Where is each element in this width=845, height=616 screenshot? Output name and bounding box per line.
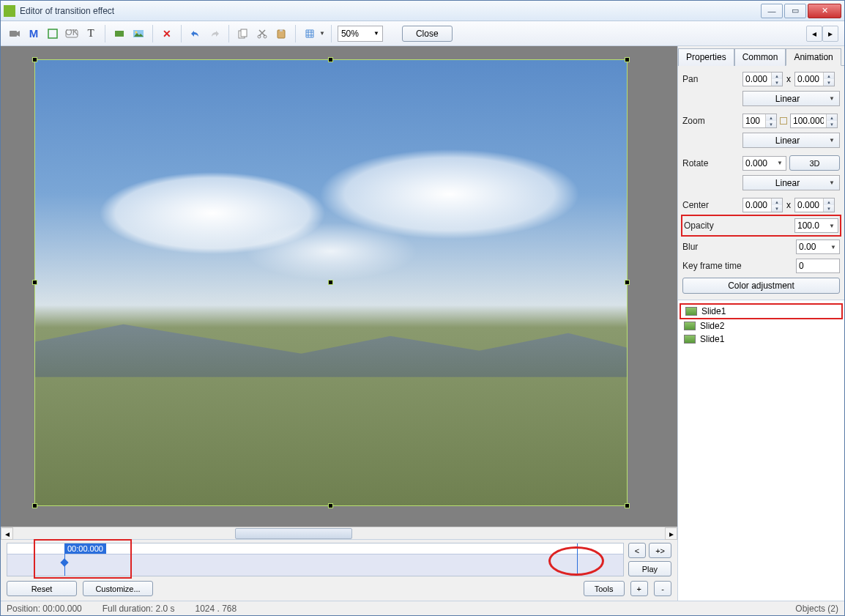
pan-y-input[interactable]: ▲▼ xyxy=(794,72,835,86)
canvas-viewport[interactable] xyxy=(1,46,677,527)
center-x-input[interactable]: ▲▼ xyxy=(742,198,783,212)
tab-common[interactable]: Common xyxy=(734,48,786,66)
svg-rect-0 xyxy=(10,31,17,37)
opacity-label: Opacity xyxy=(684,220,741,231)
grid-icon[interactable] xyxy=(302,26,318,42)
minimize-button[interactable]: — xyxy=(761,4,783,18)
tools-button[interactable]: Tools xyxy=(584,581,625,596)
keyframe-time-label: Key frame time xyxy=(682,261,763,271)
slide-icon xyxy=(684,322,696,330)
opacity-input[interactable]: 100.0 xyxy=(794,218,838,233)
status-objects: Objects (2) xyxy=(795,604,838,614)
reset-button[interactable]: Reset xyxy=(7,581,77,596)
pan-label: Pan xyxy=(682,74,740,84)
svg-text:OK: OK xyxy=(65,29,78,37)
zoom-interp-select[interactable]: Linear xyxy=(742,133,840,148)
resize-handle-tl[interactable] xyxy=(32,57,37,62)
blur-input[interactable]: 0.00 xyxy=(796,240,840,254)
slide-icon xyxy=(684,335,696,344)
svg-rect-8 xyxy=(241,29,247,37)
nav-next-icon[interactable]: ▸ xyxy=(822,26,838,42)
slide-icon xyxy=(685,307,697,316)
zoom-lock-icon[interactable] xyxy=(780,117,787,125)
paste-icon[interactable] xyxy=(273,26,289,42)
tab-animation[interactable]: Animation xyxy=(786,48,841,66)
status-position: Position: 00:00.000 xyxy=(7,604,82,614)
resize-handle-ml[interactable] xyxy=(32,280,37,285)
annotation-box xyxy=(34,539,132,579)
delete-icon[interactable]: ✕ xyxy=(159,26,175,42)
cut-icon[interactable] xyxy=(254,26,270,42)
status-duration: Full duration: 2.0 s xyxy=(103,604,175,614)
maximize-button[interactable]: ▭ xyxy=(784,4,806,18)
slide-item[interactable]: Slide1 xyxy=(680,333,843,346)
nav-prev-icon[interactable]: ◂ xyxy=(806,26,822,42)
zoom-b-input[interactable]: ▲▼ xyxy=(790,114,838,128)
remove-keyframe-button[interactable]: - xyxy=(654,581,671,596)
redo-icon[interactable] xyxy=(206,26,223,42)
close-window-button[interactable]: ✕ xyxy=(808,4,841,18)
text-icon[interactable]: T xyxy=(83,26,99,42)
undo-icon[interactable] xyxy=(187,26,204,42)
horizontal-scrollbar[interactable]: ◂ ▸ xyxy=(1,527,677,539)
zoom-value: 50% xyxy=(341,29,359,39)
pan-x-input[interactable]: ▲▼ xyxy=(742,72,783,86)
x-label: x xyxy=(786,74,791,84)
mask-icon[interactable]: M xyxy=(26,26,42,42)
annotation-ellipse xyxy=(548,546,604,576)
tab-properties[interactable]: Properties xyxy=(678,48,734,66)
svg-point-6 xyxy=(135,31,138,33)
rotate-input[interactable]: 0.000 xyxy=(742,156,786,171)
resize-handle-mr[interactable] xyxy=(625,280,630,285)
center-label: Center xyxy=(682,200,740,210)
app-icon xyxy=(4,5,15,17)
button-icon[interactable]: OK xyxy=(64,26,80,42)
keyframe-time-input[interactable]: 0 xyxy=(796,259,840,273)
center-y-input[interactable]: ▲▼ xyxy=(794,198,835,212)
rotate-3d-button[interactable]: 3D xyxy=(789,155,840,171)
next-keyframe-button[interactable]: +> xyxy=(649,543,671,558)
slide-item[interactable]: Slide1 xyxy=(680,303,843,319)
close-button[interactable]: Close xyxy=(402,26,453,42)
rotate-interp-select[interactable]: Linear xyxy=(742,175,840,190)
resize-handle-br[interactable] xyxy=(625,503,630,508)
svg-rect-12 xyxy=(280,29,283,31)
zoom-select[interactable]: 50%▼ xyxy=(338,26,383,42)
resize-handle-tm[interactable] xyxy=(328,57,333,62)
resize-handle-bm[interactable] xyxy=(328,503,333,508)
main-toolbar: M OK T ✕ ▼ 50%▼ Close ◂ ▸ xyxy=(1,21,844,46)
selection-frame[interactable] xyxy=(34,59,628,506)
zoom-label: Zoom xyxy=(682,116,740,126)
bottom-panel: 00:00.000 < +> Play xyxy=(1,539,677,601)
timeline-track[interactable]: 00:00.000 xyxy=(7,543,624,576)
blur-label: Blur xyxy=(682,242,740,252)
frame-icon[interactable] xyxy=(45,26,61,42)
zoom-a-input[interactable]: ▲▼ xyxy=(742,114,777,128)
scroll-thumb[interactable] xyxy=(235,528,352,539)
x-label-2: x xyxy=(786,200,791,210)
slide-list: Slide1 Slide2 Slide1 xyxy=(678,300,844,601)
rotate-label: Rotate xyxy=(682,158,740,168)
slide-item[interactable]: Slide2 xyxy=(680,319,843,333)
titlebar: Editor of transition effect — ▭ ✕ xyxy=(1,1,844,21)
scroll-left-icon[interactable]: ◂ xyxy=(1,527,13,540)
rectangle-icon[interactable] xyxy=(111,26,127,42)
prev-keyframe-button[interactable]: < xyxy=(628,543,646,558)
customize-button[interactable]: Customize... xyxy=(83,581,153,596)
scroll-right-icon[interactable]: ▸ xyxy=(665,527,677,540)
editor-window: Editor of transition effect — ▭ ✕ M OK T… xyxy=(0,0,845,616)
svg-rect-1 xyxy=(48,29,57,38)
pan-interp-select[interactable]: Linear xyxy=(742,91,840,106)
svg-rect-4 xyxy=(115,31,124,37)
center-handle[interactable] xyxy=(328,280,333,285)
color-adjustment-button[interactable]: Color adjustment xyxy=(682,278,840,294)
resize-handle-bl[interactable] xyxy=(32,503,37,508)
resize-handle-tr[interactable] xyxy=(625,57,630,62)
window-title: Editor of transition effect xyxy=(20,6,761,16)
add-keyframe-button[interactable]: + xyxy=(630,581,648,596)
image-icon[interactable] xyxy=(130,26,146,42)
status-bar: Position: 00:00.000 Full duration: 2.0 s… xyxy=(1,601,844,615)
play-button[interactable]: Play xyxy=(628,561,671,576)
copy-icon[interactable] xyxy=(235,26,251,42)
camera-icon[interactable] xyxy=(7,26,23,42)
